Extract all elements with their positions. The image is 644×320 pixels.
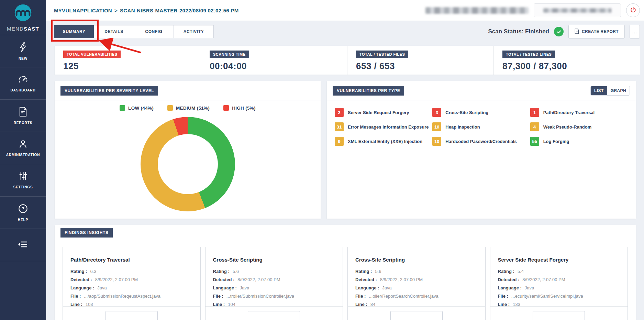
type-count-badge: 1 xyxy=(530,108,539,117)
stat-value: 87,300 / 87,300 xyxy=(502,61,640,71)
type-item[interactable]: 9 XML External Entity (XXE) Injection xyxy=(335,136,432,146)
severity-panel-title: VULNERABILITIES PER SEVERITY LEVEL xyxy=(60,86,158,96)
document-icon xyxy=(19,107,27,118)
type-count-badge: 4 xyxy=(530,122,539,131)
finding-language: Java xyxy=(240,285,249,290)
sidebar-item-label: DASHBOARD xyxy=(10,88,35,92)
finding-action-button[interactable] xyxy=(106,311,158,320)
finding-rating: 5.6 xyxy=(375,269,381,274)
brand-name: MENDSAST xyxy=(7,26,39,32)
stat-badge: TOTAL / TESTED FILES xyxy=(356,51,408,58)
person-icon xyxy=(19,139,27,150)
stat-badge: TOTAL / TESTED LINES xyxy=(502,51,555,58)
sidebar-item-settings[interactable]: SETTINGS xyxy=(0,164,46,197)
severity-panel: VULNERABILITIES PER SEVERITY LEVEL LOW (… xyxy=(55,81,321,219)
sidebar-item-label: REPORTS xyxy=(14,121,33,125)
breadcrumb-project[interactable]: MYVULNAPPLICATION xyxy=(54,8,112,13)
tab-details[interactable]: DETAILS xyxy=(94,25,134,38)
type-count-badge: 31 xyxy=(335,122,344,131)
legend-item-medium: MEDIUM (51%) xyxy=(167,105,210,111)
tab-config[interactable]: CONFIG xyxy=(134,25,174,38)
finding-title: Cross-Site Scripting xyxy=(355,257,478,263)
sidebar-item-label: SETTINGS xyxy=(13,185,33,189)
finding-rating: 5.4 xyxy=(518,269,524,274)
stat-tested-files: TOTAL / TESTED FILES 653 / 653 xyxy=(347,46,493,75)
type-count-badge: 9 xyxy=(335,137,344,146)
question-icon: ? xyxy=(18,204,28,215)
finding-file: .../aop/SubmissionReqeustAspect.java xyxy=(84,294,160,299)
finding-file: ...oller/ReportSearchController.java xyxy=(369,294,438,299)
legend-item-low: LOW (44%) xyxy=(120,105,154,111)
scan-stats-row: TOTAL VULNERABILITIES 125 SCANNING TIME … xyxy=(55,46,640,75)
finding-action-button[interactable] xyxy=(248,311,300,320)
brand-logo-block[interactable]: MENDSAST xyxy=(0,0,46,35)
status-check-icon xyxy=(554,27,564,36)
list-graph-toggle: LIST GRAPH xyxy=(590,86,630,96)
power-icon xyxy=(630,7,636,14)
findings-panel-title: FINDINGS INSIGHTS xyxy=(60,228,113,238)
finding-detected: 8/9/2022, 2:07:00 PM xyxy=(237,277,280,282)
finding-rating: 6.3 xyxy=(90,269,96,274)
sidebar-item-new[interactable]: NEW xyxy=(0,35,46,67)
finding-action-button[interactable] xyxy=(533,311,585,320)
type-item[interactable]: 31 Error Messages Information Exposure xyxy=(335,122,432,132)
findings-cards: Path/Directory Traversal Rating :6.3 Det… xyxy=(55,241,636,320)
finding-language: Java xyxy=(97,285,107,290)
legend-swatch-high xyxy=(223,105,229,111)
findings-insights-panel: FINDINGS INSIGHTS Path/Directory Travers… xyxy=(55,225,636,320)
finding-card: Cross-Site Scripting Rating :5.6 Detecte… xyxy=(205,247,343,320)
toggle-graph-button[interactable]: GRAPH xyxy=(607,86,630,95)
sidebar: MENDSAST NEW DASHBOARD REPORTS xyxy=(0,0,46,320)
finding-language: Java xyxy=(525,285,534,290)
type-item[interactable]: 10 Hardcoded Password/Credentials xyxy=(432,136,530,146)
finding-rating: 5.6 xyxy=(233,269,239,274)
type-item[interactable]: 4 Weak Pseudo-Random xyxy=(530,122,628,132)
toggle-list-button[interactable]: LIST xyxy=(591,86,607,95)
finding-detected: 8/9/2022, 2:07:00 PM xyxy=(380,277,423,282)
legend-swatch-medium xyxy=(167,105,173,111)
stat-value: 00:04:00 xyxy=(210,61,347,71)
type-count-badge: 10 xyxy=(432,122,441,131)
stat-tested-lines: TOTAL / TESTED LINES 87,300 / 87,300 xyxy=(493,46,640,75)
type-item[interactable]: 2 Server Side Request Forgery xyxy=(335,107,432,118)
sidebar-item-dashboard[interactable]: DASHBOARD xyxy=(0,67,46,100)
breadcrumb-scan[interactable]: SCAN-NIBRS-MASTER-2022/08/09 02:02:56 PM xyxy=(120,8,238,13)
redacted-user-name xyxy=(425,7,529,14)
finding-title: Server Side Request Forgery xyxy=(498,257,620,263)
redacted-org-selector[interactable] xyxy=(534,3,621,17)
finding-detected: 8/9/2022, 2:07:00 PM xyxy=(522,277,565,282)
vulnerability-types-panel: VULNERABILITIES PER TYPE LIST GRAPH 2 Se… xyxy=(327,81,636,219)
type-item[interactable]: 1 Path/Directory Traversal xyxy=(530,107,628,118)
toolbar-row: SUMMARY DETAILS CONFIG ACTIVITY Scan Sta… xyxy=(54,25,640,38)
sidebar-item-label: HELP xyxy=(18,218,28,222)
finding-card: Path/Directory Traversal Rating :6.3 Det… xyxy=(63,247,201,320)
scan-status-text: Scan Status: Finished xyxy=(488,28,549,35)
report-doc-icon xyxy=(575,29,579,35)
type-item[interactable]: 10 Heap Inspection xyxy=(432,122,530,132)
types-panel-title: VULNERABILITIES PER TYPE xyxy=(333,86,404,96)
logout-power-button[interactable] xyxy=(626,3,640,17)
sidebar-item-administration[interactable]: ADMINISTRATION xyxy=(0,132,46,164)
stat-badge: TOTAL VULNERABILITIES xyxy=(63,51,121,58)
type-item[interactable]: 55 Log Forging xyxy=(530,136,628,146)
finding-card: Server Side Request Forgery Rating :5.4 … xyxy=(490,247,628,320)
more-actions-button[interactable]: ... xyxy=(630,25,640,38)
sidebar-item-help[interactable]: ? HELP xyxy=(0,197,46,229)
breadcrumb[interactable]: MYVULNAPPLICATION>SCAN-NIBRS-MASTER-2022… xyxy=(54,8,239,13)
tab-summary[interactable]: SUMMARY xyxy=(54,25,94,38)
vulnerability-type-list: 2 Server Side Request Forgery 3 Cross-Si… xyxy=(327,100,636,153)
tab-activity[interactable]: ACTIVITY xyxy=(174,25,214,38)
type-count-badge: 3 xyxy=(432,108,441,117)
finding-action-button[interactable] xyxy=(390,311,443,320)
finding-title: Cross-Site Scripting xyxy=(213,257,335,263)
sidebar-item-reports[interactable]: REPORTS xyxy=(0,100,46,132)
sidebar-collapse-button[interactable] xyxy=(0,229,46,261)
type-item[interactable]: 3 Cross-Site Scripting xyxy=(432,107,530,118)
sidebar-item-label: NEW xyxy=(19,57,27,60)
create-report-button[interactable]: CREATE REPORT xyxy=(568,25,625,38)
stat-total-vulnerabilities: TOTAL VULNERABILITIES 125 xyxy=(55,46,201,75)
stat-value: 125 xyxy=(63,61,201,71)
type-count-badge: 2 xyxy=(335,108,344,117)
finding-file: ...ecurity/saml/SamlServiceImpl.java xyxy=(511,294,583,299)
svg-text:?: ? xyxy=(22,206,25,211)
